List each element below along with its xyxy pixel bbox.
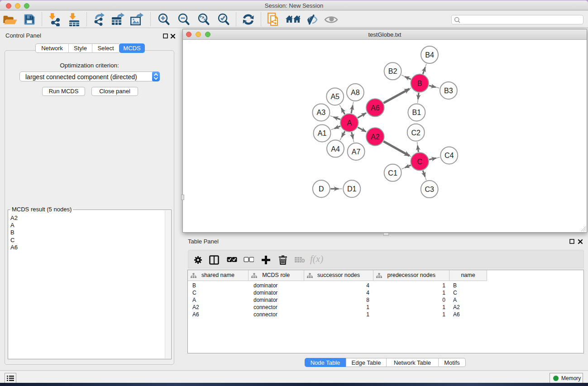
- svg-text:C: C: [417, 158, 422, 166]
- svg-text:A6: A6: [371, 104, 380, 112]
- svg-text:A7: A7: [352, 148, 361, 156]
- svg-text:A2: A2: [371, 133, 380, 141]
- svg-text:A4: A4: [331, 145, 340, 153]
- svg-text:A: A: [347, 119, 352, 127]
- svg-text:C1: C1: [388, 169, 397, 177]
- svg-text:A5: A5: [330, 93, 339, 100]
- svg-text:D1: D1: [347, 185, 357, 193]
- svg-text:C4: C4: [445, 152, 454, 159]
- svg-text:A1: A1: [318, 129, 327, 137]
- svg-text:A8: A8: [351, 89, 360, 96]
- svg-text:B1: B1: [412, 109, 421, 116]
- svg-text:D: D: [319, 185, 324, 193]
- svg-text:C3: C3: [425, 186, 434, 193]
- svg-text:B: B: [417, 80, 422, 87]
- svg-text:A3: A3: [317, 109, 326, 116]
- svg-text:C2: C2: [411, 129, 421, 137]
- svg-text:B3: B3: [444, 87, 453, 95]
- svg-text:B2: B2: [388, 67, 397, 75]
- svg-text:B4: B4: [425, 51, 434, 59]
